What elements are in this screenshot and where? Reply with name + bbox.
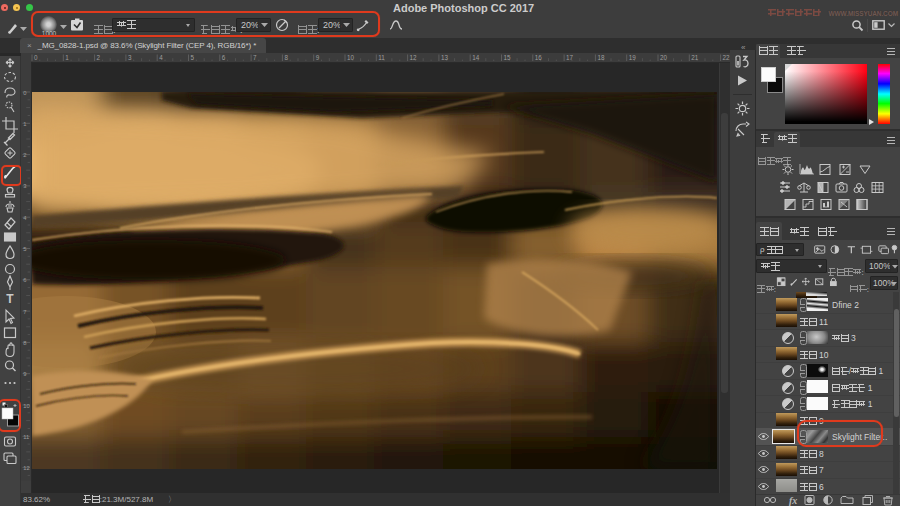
svg-text:4: 4: [159, 54, 163, 61]
svg-text:14: 14: [472, 54, 480, 61]
svg-text:12: 12: [23, 465, 29, 471]
svg-text:15: 15: [504, 54, 512, 61]
svg-text:7: 7: [23, 309, 26, 315]
svg-text:17: 17: [566, 54, 574, 61]
svg-text:1: 1: [65, 54, 69, 61]
svg-text:13: 13: [441, 54, 449, 61]
svg-text:2: 2: [23, 152, 26, 158]
svg-text:7: 7: [253, 54, 257, 61]
svg-text:5: 5: [23, 246, 26, 252]
svg-text:9: 9: [23, 371, 26, 377]
svg-text:20: 20: [660, 54, 668, 61]
svg-text:10: 10: [23, 403, 29, 409]
svg-text:12: 12: [410, 54, 418, 61]
svg-text:2: 2: [97, 54, 101, 61]
svg-text:21: 21: [691, 54, 699, 61]
svg-text:3: 3: [23, 183, 26, 189]
svg-text:T: T: [6, 292, 14, 306]
svg-text:1: 1: [23, 121, 26, 127]
svg-text:0: 0: [23, 90, 26, 96]
svg-text:19: 19: [629, 54, 637, 61]
svg-text:fx: fx: [789, 495, 797, 506]
svg-text:9: 9: [316, 54, 320, 61]
svg-text:5: 5: [191, 54, 195, 61]
svg-text:6: 6: [222, 54, 226, 61]
svg-text:6: 6: [23, 277, 26, 283]
svg-text:3: 3: [128, 54, 132, 61]
svg-text:11: 11: [378, 54, 385, 61]
svg-text:18: 18: [597, 54, 605, 61]
svg-text:10: 10: [347, 54, 355, 61]
svg-text:0: 0: [34, 54, 38, 61]
svg-text:11: 11: [23, 434, 29, 440]
svg-text:22: 22: [723, 54, 730, 61]
svg-text:8: 8: [23, 340, 26, 346]
svg-text:8: 8: [284, 54, 288, 61]
svg-text:16: 16: [535, 54, 543, 61]
